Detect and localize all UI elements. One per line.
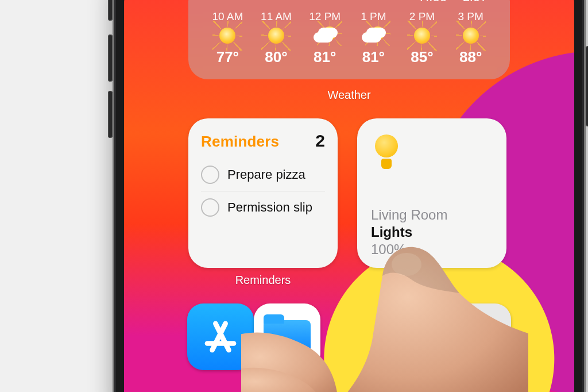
weather-low: L:57°	[462, 0, 493, 5]
weather-hour: 1 PM 81°	[349, 10, 398, 66]
weather-hour: 2 PM 85°	[398, 10, 447, 66]
home-level-label: 100%	[371, 241, 493, 258]
files-icon	[254, 303, 320, 370]
home-widget-wrap: Living Room Lights 100%	[357, 118, 506, 268]
weather-hour-temp: 85°	[398, 48, 447, 66]
reminders-widget-wrap: Reminders 2 Prepare pizza Permission sli…	[188, 118, 338, 287]
mute-switch[interactable]	[108, 0, 113, 21]
app-label: Camera	[444, 375, 511, 387]
sun-icon	[252, 23, 301, 48]
spacer	[320, 303, 444, 387]
phone-screen: H:88° L:57° 10 AM 77° 11 AM 80°	[124, 0, 574, 392]
weather-hourly-row: 10 AM 77° 11 AM 80° 12 PM 81°	[199, 8, 500, 66]
cloud-sun-icon	[349, 23, 398, 48]
sun-icon	[398, 23, 447, 48]
home-widget[interactable]: Living Room Lights 100%	[357, 118, 506, 268]
reminders-widget-label: Reminders	[188, 274, 338, 287]
weather-hi-lo: H:88° L:57°	[199, 0, 500, 5]
weather-hour: 3 PM 88°	[446, 10, 495, 66]
weather-hour-temp: 80°	[252, 48, 301, 66]
volume-down-button[interactable]	[108, 91, 113, 138]
article-stage: H:88° L:57° 10 AM 77° 11 AM 80°	[0, 0, 588, 392]
weather-hour: 11 AM 80°	[252, 10, 301, 66]
weather-hour-temp: 88°	[446, 48, 495, 66]
app-appstore[interactable]	[187, 303, 254, 387]
phone-chassis: H:88° L:57° 10 AM 77° 11 AM 80°	[113, 0, 586, 392]
reminders-title: Reminders	[201, 133, 279, 151]
weather-widget-label: Weather	[124, 89, 574, 102]
reminders-count: 2	[315, 131, 325, 151]
sun-icon	[203, 23, 252, 48]
side-button[interactable]	[586, 46, 588, 126]
camera-icon	[444, 303, 511, 370]
app-files[interactable]	[254, 303, 320, 387]
home-device-label: Lights	[371, 224, 493, 240]
lightbulb-icon	[373, 134, 400, 169]
appstore-icon	[187, 303, 254, 370]
cloud-sun-icon	[300, 23, 349, 48]
weather-hour-temp: 77°	[203, 48, 252, 66]
reminder-text: Prepare pizza	[227, 167, 305, 182]
reminder-item[interactable]: Prepare pizza	[201, 159, 325, 191]
reminder-text: Permission slip	[227, 200, 312, 215]
weather-widget[interactable]: H:88° L:57° 10 AM 77° 11 AM 80°	[188, 0, 510, 79]
home-room-label: Living Room	[371, 207, 493, 223]
app-camera[interactable]: Camera	[444, 303, 511, 387]
weather-hour: 12 PM 81°	[300, 10, 349, 66]
reminder-checkbox[interactable]	[201, 198, 219, 217]
reminders-widget[interactable]: Reminders 2 Prepare pizza Permission sli…	[188, 118, 338, 268]
volume-up-button[interactable]	[108, 34, 113, 82]
reminder-checkbox[interactable]	[201, 166, 219, 184]
home-screen-apps: Camera	[187, 303, 511, 387]
weather-hour-temp: 81°	[349, 48, 398, 66]
weather-high: H:88°	[420, 0, 452, 5]
reminder-item[interactable]: Permission slip	[201, 191, 325, 224]
sun-icon	[446, 23, 495, 48]
weather-hour-temp: 81°	[300, 48, 349, 66]
weather-hour: 10 AM 77°	[203, 10, 252, 66]
